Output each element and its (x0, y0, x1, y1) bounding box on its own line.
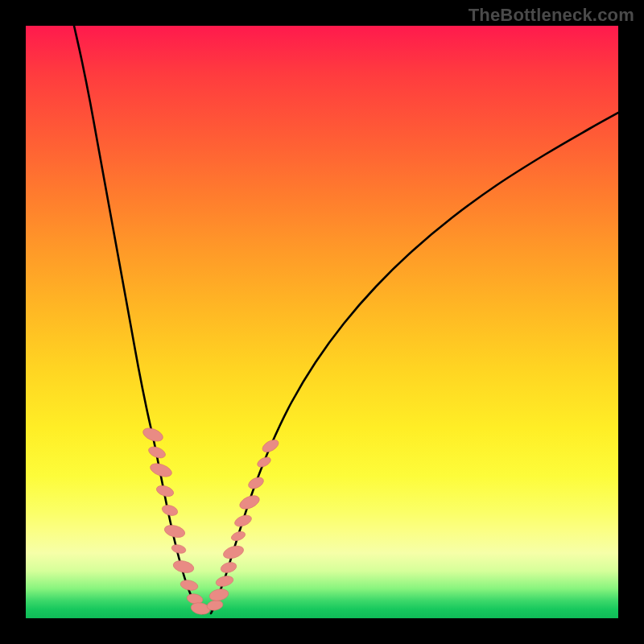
data-bead (233, 513, 254, 528)
data-bead (230, 530, 246, 543)
data-bead (221, 543, 245, 560)
data-bead (215, 575, 234, 588)
data-bead (246, 475, 265, 491)
curve-layer (26, 26, 618, 618)
data-bead (155, 484, 175, 498)
data-bead (163, 523, 187, 539)
data-bead (237, 493, 261, 511)
data-bead (172, 559, 195, 574)
plot-area (26, 26, 618, 618)
curve-left (74, 26, 203, 613)
data-bead (256, 455, 273, 469)
watermark-text: TheBottleneck.com (469, 5, 634, 26)
data-bead (208, 588, 229, 603)
data-bead (161, 503, 180, 517)
data-bead (220, 560, 238, 574)
data-bead (260, 437, 280, 454)
data-bead (180, 579, 199, 592)
beads-left-group (141, 426, 211, 616)
curve-right (211, 113, 618, 613)
data-bead (171, 543, 187, 555)
chart-frame: TheBottleneck.com (0, 0, 644, 644)
beads-right-group (206, 437, 280, 611)
